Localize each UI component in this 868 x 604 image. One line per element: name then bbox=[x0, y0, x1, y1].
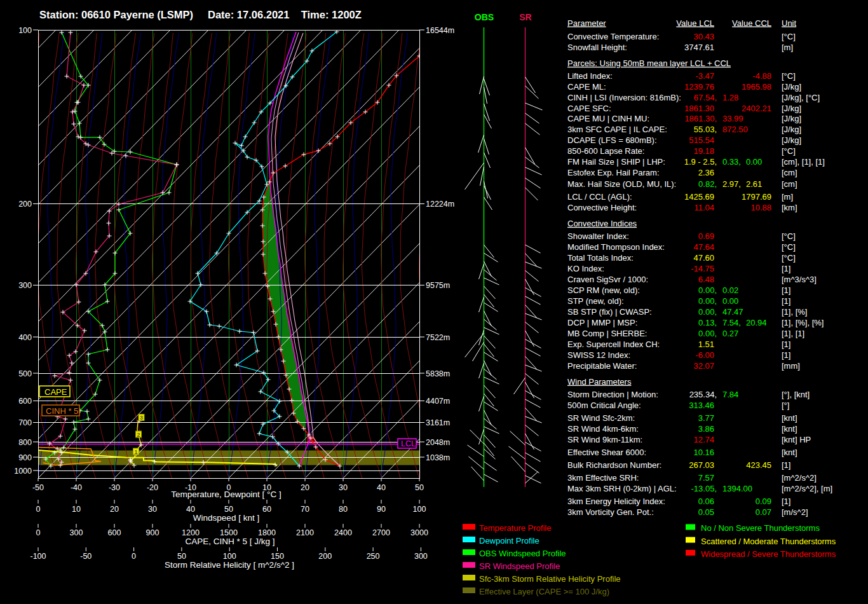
svg-text:Dewpoint Profile: Dewpoint Profile bbox=[479, 536, 539, 546]
svg-text:2048m: 2048m bbox=[426, 438, 450, 447]
svg-text:Estofex Exp. Hail Param:: Estofex Exp. Hail Param: bbox=[567, 168, 660, 177]
svg-text:No / Non Severe Thunderstorms: No / Non Severe Thunderstorms bbox=[701, 523, 820, 533]
svg-text:3km Energy Helicity Index:: 3km Energy Helicity Index: bbox=[567, 497, 665, 506]
svg-text:MB Comp | SHERBE:: MB Comp | SHERBE: bbox=[567, 329, 647, 338]
svg-text:-40: -40 bbox=[71, 483, 82, 492]
svg-text:0.06: 0.06 bbox=[698, 497, 714, 506]
svg-text:40: 40 bbox=[377, 483, 386, 492]
svg-text:Unit: Unit bbox=[782, 18, 797, 28]
svg-text:313.46: 313.46 bbox=[689, 401, 714, 410]
svg-text:10.88: 10.88 bbox=[750, 203, 771, 212]
svg-text:[J/kg]: [J/kg] bbox=[782, 114, 801, 123]
svg-text:70: 70 bbox=[301, 505, 309, 514]
svg-text:[1], [%], [%]: [1], [%], [%] bbox=[782, 318, 824, 327]
svg-text:1861.30,: 1861.30, bbox=[684, 114, 717, 123]
svg-text:[1]: [1] bbox=[782, 296, 790, 306]
svg-text:0.00: 0.00 bbox=[722, 296, 738, 306]
svg-text:3: 3 bbox=[140, 415, 143, 421]
svg-text:[°C]: [°C] bbox=[782, 71, 796, 81]
svg-text:SR Wind 4km-6km:: SR Wind 4km-6km: bbox=[567, 424, 639, 434]
svg-text:33.99: 33.99 bbox=[722, 114, 743, 123]
svg-text:1239.76: 1239.76 bbox=[684, 82, 714, 92]
svg-text:47.64: 47.64 bbox=[693, 242, 714, 252]
svg-text:12.74: 12.74 bbox=[693, 435, 714, 444]
svg-text:10.16: 10.16 bbox=[693, 448, 714, 457]
svg-text:9575m: 9575m bbox=[426, 281, 450, 290]
svg-text:20.94: 20.94 bbox=[746, 318, 767, 327]
svg-text:[°C]: [°C] bbox=[782, 253, 796, 263]
svg-text:[1], [1]: [1], [1] bbox=[782, 329, 804, 338]
svg-text:Convective Height:: Convective Height: bbox=[567, 203, 637, 212]
svg-text:20: 20 bbox=[110, 505, 119, 514]
svg-text:[1]: [1] bbox=[782, 497, 790, 506]
svg-text:850-600 Lapse Rate:: 850-600 Lapse Rate: bbox=[567, 146, 644, 156]
svg-text:1861.30: 1861.30 bbox=[684, 104, 714, 113]
svg-text:2700: 2700 bbox=[372, 528, 390, 537]
svg-text:[J/kg]: [J/kg] bbox=[782, 125, 801, 134]
svg-text:[J/kg], [°C]: [J/kg], [°C] bbox=[782, 93, 820, 102]
svg-text:CINH | LSI (Inversion: 816mB):: CINH | LSI (Inversion: 816mB): bbox=[567, 93, 681, 102]
svg-text:250: 250 bbox=[367, 552, 380, 561]
svg-text:90: 90 bbox=[377, 505, 386, 514]
svg-text:0.00,: 0.00, bbox=[698, 285, 717, 295]
svg-text:[knt] HP: [knt] HP bbox=[782, 435, 811, 444]
svg-text:700: 700 bbox=[18, 418, 32, 427]
svg-text:10: 10 bbox=[72, 505, 81, 514]
svg-text:KO Index:: KO Index: bbox=[567, 264, 604, 273]
svg-text:CINH * 5: CINH * 5 bbox=[46, 406, 78, 416]
svg-text:Craven SigSvr / 1000:: Craven SigSvr / 1000: bbox=[567, 275, 648, 284]
svg-text:6.48: 6.48 bbox=[698, 275, 714, 284]
svg-text:[m]: [m] bbox=[782, 192, 793, 202]
svg-text:1797.69: 1797.69 bbox=[742, 192, 771, 202]
svg-text:Exp. Supercell Index CH:: Exp. Supercell Index CH: bbox=[567, 340, 660, 349]
svg-text:Parameter: Parameter bbox=[567, 18, 606, 28]
svg-text:CAPE ML:: CAPE ML: bbox=[567, 82, 606, 92]
svg-text:100: 100 bbox=[18, 26, 32, 35]
svg-text:[km]: [km] bbox=[782, 203, 797, 212]
svg-text:600: 600 bbox=[18, 397, 32, 406]
svg-text:[1]: [1] bbox=[782, 340, 790, 349]
svg-text:0: 0 bbox=[36, 505, 41, 514]
svg-text:-13.05,: -13.05, bbox=[691, 484, 717, 493]
svg-text:400: 400 bbox=[18, 333, 32, 342]
svg-text:0.82,: 0.82, bbox=[698, 179, 717, 189]
svg-text:0.00,: 0.00, bbox=[698, 296, 717, 306]
svg-text:100: 100 bbox=[413, 505, 426, 514]
svg-text:2.97,: 2.97, bbox=[722, 179, 741, 189]
svg-text:Effective Layer (CAPE >= 100 J: Effective Layer (CAPE >= 100 J/kg) bbox=[479, 587, 609, 596]
svg-text:CAPE, CINH * 5 [ J/kg ]: CAPE, CINH * 5 [ J/kg ] bbox=[185, 537, 275, 546]
svg-text:Sfc-3km Storm Relative Helicit: Sfc-3km Storm Relative Helicity Profile bbox=[479, 574, 621, 584]
svg-text:Bulk Richardson Number:: Bulk Richardson Number: bbox=[567, 460, 661, 470]
svg-text:-3.47: -3.47 bbox=[695, 71, 714, 81]
svg-text:SR Wind 9km-11km:: SR Wind 9km-11km: bbox=[567, 435, 642, 444]
svg-text:1965.98: 1965.98 bbox=[742, 82, 771, 92]
svg-text:[1]: [1] bbox=[782, 350, 790, 360]
svg-text:[cm], [1], [1]: [cm], [1], [1] bbox=[782, 157, 825, 167]
svg-text:0.13,: 0.13, bbox=[698, 318, 717, 327]
svg-text:30: 30 bbox=[339, 483, 348, 492]
svg-text:900: 900 bbox=[18, 453, 32, 462]
svg-text:150: 150 bbox=[271, 552, 284, 561]
svg-text:20: 20 bbox=[301, 483, 309, 492]
svg-text:0.00,: 0.00, bbox=[698, 329, 717, 338]
svg-text:Max. Hail Size (OLD, MU, IL):: Max. Hail Size (OLD, MU, IL): bbox=[567, 179, 676, 189]
svg-text:50: 50 bbox=[224, 505, 233, 514]
svg-text:SWISS 12 Index:: SWISS 12 Index: bbox=[567, 350, 630, 360]
svg-text:67.54,: 67.54, bbox=[694, 93, 717, 102]
svg-text:[knt]: [knt] bbox=[782, 413, 797, 423]
svg-text:55.03,: 55.03, bbox=[694, 125, 717, 134]
svg-text:CAPE MU | CINH MU:: CAPE MU | CINH MU: bbox=[567, 114, 649, 123]
svg-text:500: 500 bbox=[18, 369, 32, 378]
svg-text:FM Hail Size | SHIP | LHP:: FM Hail Size | SHIP | LHP: bbox=[567, 157, 665, 167]
svg-text:Wind Parameters: Wind Parameters bbox=[567, 377, 632, 387]
svg-text:2.61: 2.61 bbox=[746, 179, 762, 189]
svg-text:SR Wind Sfc-2km:: SR Wind Sfc-2km: bbox=[567, 413, 635, 423]
svg-text:2400: 2400 bbox=[334, 528, 352, 537]
svg-text:2100: 2100 bbox=[296, 528, 314, 537]
svg-text:0.33,: 0.33, bbox=[722, 157, 741, 167]
svg-text:Windspeed [ knt ]: Windspeed [ knt ] bbox=[193, 513, 259, 523]
svg-text:1394.00: 1394.00 bbox=[722, 484, 752, 493]
svg-text:1500: 1500 bbox=[220, 528, 238, 537]
svg-text:40: 40 bbox=[186, 505, 195, 514]
svg-text:80: 80 bbox=[339, 505, 348, 514]
